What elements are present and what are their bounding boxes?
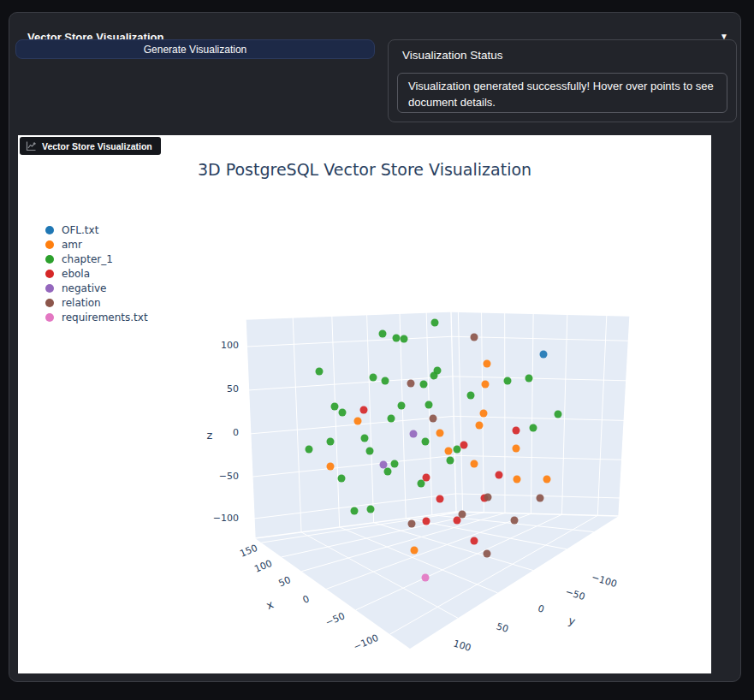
- svg-text:50: 50: [495, 620, 509, 635]
- svg-text:−100: −100: [213, 513, 239, 524]
- data-point-amr[interactable]: [471, 460, 478, 468]
- svg-text:y: y: [567, 614, 577, 628]
- data-point-amr[interactable]: [484, 360, 491, 368]
- data-point-chapter_1[interactable]: [316, 368, 324, 376]
- data-point-amr[interactable]: [482, 381, 490, 389]
- svg-text:0: 0: [537, 602, 545, 614]
- data-point-negative[interactable]: [410, 430, 418, 438]
- 3d-scatter-plot[interactable]: 100500−50−100z150100500−50−100x100500−50…: [18, 135, 711, 673]
- data-point-chapter_1[interactable]: [430, 372, 438, 380]
- data-point-chapter_1[interactable]: [398, 402, 406, 410]
- data-point-chapter_1[interactable]: [366, 448, 374, 455]
- data-point-ebola[interactable]: [471, 537, 478, 545]
- data-point-chapter_1[interactable]: [525, 375, 533, 383]
- data-point-chapter_1[interactable]: [504, 377, 512, 385]
- data-point-amr[interactable]: [480, 410, 488, 418]
- svg-text:z: z: [207, 429, 213, 442]
- data-point-chapter_1[interactable]: [338, 475, 346, 483]
- svg-text:−50: −50: [219, 471, 239, 482]
- data-point-chapter_1[interactable]: [384, 468, 392, 476]
- data-point-chapter_1[interactable]: [379, 330, 387, 338]
- data-point-ebola[interactable]: [360, 406, 368, 414]
- svg-text:100: 100: [221, 340, 239, 351]
- data-point-amr[interactable]: [476, 422, 484, 430]
- data-point-chapter_1[interactable]: [420, 381, 428, 389]
- data-point-ebola[interactable]: [423, 474, 430, 482]
- svg-text:−100: −100: [352, 632, 380, 653]
- data-point-chapter_1[interactable]: [391, 460, 399, 468]
- data-point-chapter_1[interactable]: [306, 446, 313, 454]
- data-point-relation[interactable]: [537, 495, 544, 502]
- data-point-relation[interactable]: [511, 517, 519, 525]
- svg-text:x: x: [264, 597, 276, 612]
- data-point-chapter_1[interactable]: [555, 411, 562, 418]
- data-point-relation[interactable]: [484, 494, 492, 501]
- svg-text:50: 50: [277, 574, 293, 589]
- generate-visualization-button[interactable]: Generate Visualization: [15, 39, 375, 59]
- data-point-ebola[interactable]: [513, 427, 520, 435]
- data-point-amr[interactable]: [543, 476, 551, 483]
- svg-text:−100: −100: [591, 572, 619, 590]
- data-point-amr[interactable]: [354, 418, 362, 425]
- data-point-amr[interactable]: [327, 463, 335, 471]
- data-point-relation[interactable]: [471, 334, 478, 341]
- svg-text:−50: −50: [324, 610, 346, 628]
- data-point-chapter_1[interactable]: [422, 438, 430, 446]
- svg-text:50: 50: [227, 383, 239, 394]
- data-point-ebola[interactable]: [496, 472, 503, 479]
- data-point-chapter_1[interactable]: [418, 480, 425, 488]
- data-point-amr[interactable]: [513, 445, 520, 453]
- data-point-chapter_1[interactable]: [401, 335, 408, 343]
- data-point-chapter_1[interactable]: [361, 435, 369, 442]
- data-point-ebola[interactable]: [460, 442, 468, 449]
- status-title: Visualization Status: [402, 49, 503, 62]
- data-point-chapter_1[interactable]: [331, 403, 339, 411]
- data-point-ebola[interactable]: [436, 495, 444, 503]
- data-point-negative[interactable]: [380, 461, 388, 469]
- status-panel: Visualization Status Visualization gener…: [388, 39, 737, 122]
- data-point-chapter_1[interactable]: [425, 401, 433, 409]
- data-point-OFL.txt[interactable]: [540, 351, 548, 359]
- data-point-chapter_1[interactable]: [327, 438, 335, 446]
- data-point-relation[interactable]: [430, 415, 437, 423]
- data-point-relation[interactable]: [407, 380, 415, 388]
- svg-text:100: 100: [252, 558, 273, 575]
- app: Vector Store Visualization ▼ Generate Vi…: [0, 0, 754, 700]
- svg-text:0: 0: [301, 593, 312, 606]
- data-point-relation[interactable]: [408, 520, 416, 528]
- svg-text:100: 100: [452, 638, 472, 654]
- data-point-chapter_1[interactable]: [447, 457, 454, 465]
- svg-text:150: 150: [238, 543, 258, 560]
- data-point-chapter_1[interactable]: [388, 415, 395, 423]
- data-point-amr[interactable]: [445, 448, 453, 455]
- data-point-amr[interactable]: [436, 430, 444, 437]
- data-point-chapter_1[interactable]: [339, 409, 347, 417]
- data-point-chapter_1[interactable]: [431, 319, 439, 327]
- data-point-amr[interactable]: [514, 476, 521, 483]
- data-point-chapter_1[interactable]: [382, 377, 389, 385]
- data-point-ebola[interactable]: [454, 517, 461, 525]
- data-point-relation[interactable]: [459, 511, 466, 519]
- data-point-requirements.txt[interactable]: [422, 574, 430, 582]
- data-point-chapter_1[interactable]: [351, 507, 359, 515]
- data-point-relation[interactable]: [484, 550, 491, 558]
- status-message: Visualization generated successfully! Ho…: [397, 73, 727, 113]
- data-point-chapter_1[interactable]: [530, 424, 537, 432]
- data-point-ebola[interactable]: [423, 518, 430, 525]
- data-point-amr[interactable]: [411, 547, 419, 555]
- expander-panel: Vector Store Visualization ▼ Generate Vi…: [9, 12, 741, 682]
- svg-text:−50: −50: [564, 586, 586, 602]
- data-point-chapter_1[interactable]: [467, 392, 475, 400]
- svg-text:0: 0: [233, 427, 239, 438]
- data-point-chapter_1[interactable]: [393, 335, 401, 342]
- data-point-chapter_1[interactable]: [370, 374, 377, 382]
- data-point-chapter_1[interactable]: [454, 446, 461, 454]
- data-point-chapter_1[interactable]: [367, 506, 375, 513]
- chart-area: Vector Store Visualization 3D PostgreSQL…: [18, 135, 711, 673]
